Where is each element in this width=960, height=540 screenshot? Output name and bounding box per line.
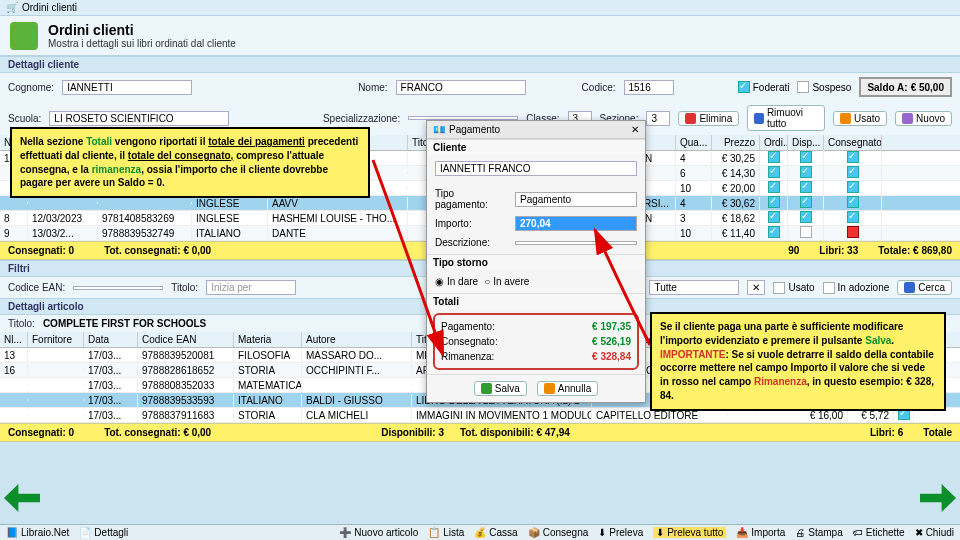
dialog-tipo-select[interactable]: Pagamento [515, 192, 637, 207]
cerca-button[interactable]: Cerca [897, 280, 952, 295]
status-chiudi[interactable]: ✖ Chiudi [915, 527, 954, 538]
sezione-field[interactable]: 3 [646, 111, 670, 126]
nuovo-button[interactable]: Nuovo [895, 111, 952, 126]
usato-button[interactable]: Usato [833, 111, 887, 126]
filtri-ean-input[interactable] [73, 286, 163, 290]
search-icon [904, 282, 915, 293]
annulla-button[interactable]: Annulla [537, 381, 598, 396]
client-section-title: Dettagli cliente [0, 56, 960, 73]
status-stampa[interactable]: 🖨 Stampa [795, 527, 842, 538]
dialog-totali-box: Pagamento:€ 197,35 Consegnato:€ 526,19 R… [433, 313, 639, 370]
codice-label: Codice: [582, 82, 616, 93]
dialog-icon: 💶 [433, 124, 445, 135]
status-preleva[interactable]: ⬇ Preleva [598, 527, 643, 538]
filtri-adozione-checkbox[interactable]: In adozione [823, 282, 890, 294]
page-header: Ordini clienti Mostra i dettagli sui lib… [0, 16, 960, 56]
save-icon [481, 383, 492, 394]
basket-icon: 🛒 [6, 2, 18, 14]
status-importa[interactable]: 📥 Importa [736, 527, 785, 538]
status-dettagli[interactable]: 📄 Dettagli [79, 527, 128, 538]
filtri-usato-checkbox[interactable]: Usato [773, 282, 814, 294]
dialog-titlebar[interactable]: 💶 Pagamento ✕ [427, 121, 645, 139]
pagamento-dialog: 💶 Pagamento ✕ Cliente IANNETTI FRANCO Ti… [426, 120, 646, 403]
scuola-label: Scuola: [8, 113, 41, 124]
dialog-cliente-field[interactable]: IANNETTI FRANCO [435, 161, 637, 176]
detail-titolo: COMPLETE FIRST FOR SCHOOLS [43, 318, 206, 329]
dialog-importo-input[interactable]: 270,04 [515, 216, 637, 231]
status-nuovo-articolo[interactable]: ➕ Nuovo articolo [339, 527, 418, 538]
filtri-casa-select[interactable]: Tutte [649, 280, 739, 295]
prev-slide-arrow[interactable] [4, 484, 40, 512]
scuola-field[interactable]: LI ROSETO SCIENTIFICO [49, 111, 229, 126]
nome-field[interactable]: FRANCO [396, 80, 526, 95]
basket-logo-icon [10, 22, 38, 50]
rimuovi-tutto-button[interactable]: Rimuovi tutto [747, 105, 825, 131]
elimina-button[interactable]: Elimina [678, 111, 739, 126]
nome-label: Nome: [358, 82, 387, 93]
sospeso-checkbox[interactable]: Sospeso [797, 81, 851, 93]
callout-importante: Se il cliente paga una parte è sufficien… [650, 312, 946, 411]
foderati-checkbox[interactable]: Foderati [738, 81, 790, 93]
callout-totali: Nella sezione Totali vengono riportati i… [10, 127, 370, 198]
remove-all-icon [754, 113, 764, 124]
dialog-close-button[interactable]: ✕ [631, 124, 639, 135]
saldo-box: Saldo A: € 50,00 [859, 77, 952, 97]
new-icon [902, 113, 913, 124]
codice-field[interactable]: 1516 [624, 80, 674, 95]
tot-consegnati: Tot. consegnati: € 0,00 [104, 245, 211, 256]
storno-avere-radio[interactable]: ○ In avere [484, 276, 529, 287]
page-subtitle: Mostra i dettagli sui libri ordinati dal… [48, 38, 236, 49]
status-lista[interactable]: 📋 Lista [428, 527, 464, 538]
filtri-titolo-input[interactable]: Inizia per [206, 280, 296, 295]
client-row-1: Cognome: IANNETTI Nome: FRANCO Codice: 1… [0, 73, 960, 101]
page-title: Ordini clienti [48, 22, 236, 38]
window-titlebar: 🛒 Ordini clienti [0, 0, 960, 16]
books-totals-bar: Consegnati: 0 Tot. consegnati: € 0,00 Di… [0, 423, 960, 442]
storno-dare-radio[interactable]: ◉ In dare [435, 276, 478, 287]
status-consegna[interactable]: 📦 Consegna [528, 527, 589, 538]
cognome-label: Cognome: [8, 82, 54, 93]
window-title-text: Ordini clienti [22, 2, 77, 13]
status-preleva-tutto[interactable]: ⬇ Preleva tutto [653, 527, 726, 538]
consegnati-count: Consegnati: 0 [8, 245, 74, 256]
status-cassa[interactable]: 💰 Cassa [474, 527, 517, 538]
cancel-icon [544, 383, 555, 394]
status-etichette[interactable]: 🏷 Etichette [853, 527, 905, 538]
cognome-field[interactable]: IANNETTI [62, 80, 192, 95]
spec-label: Specializzazione: [323, 113, 400, 124]
status-libraio[interactable]: 📘 Libraio.Net [6, 527, 69, 538]
dialog-desc-input[interactable] [515, 241, 637, 245]
delete-icon [685, 113, 696, 124]
used-icon [840, 113, 851, 124]
salva-button[interactable]: Salva [474, 381, 527, 396]
status-bar: 📘 Libraio.Net 📄 Dettagli ➕ Nuovo articol… [0, 524, 960, 540]
next-slide-arrow[interactable] [920, 484, 956, 512]
